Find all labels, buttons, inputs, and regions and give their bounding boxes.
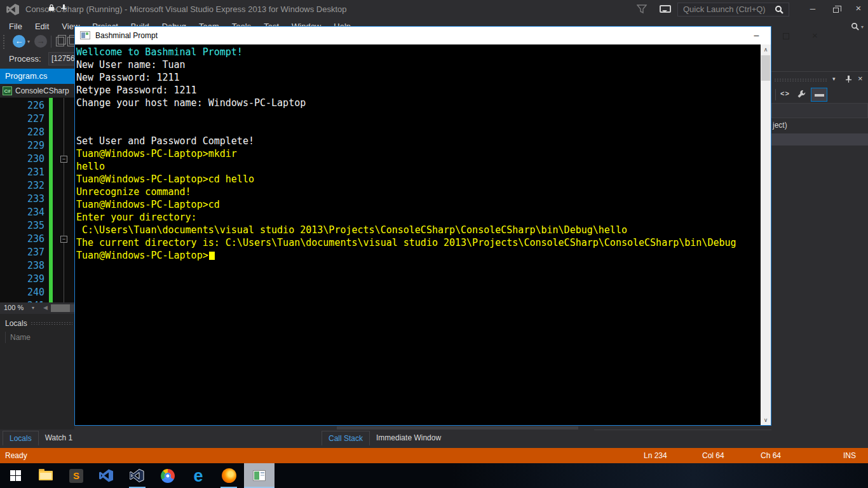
wrench-icon[interactable] [797, 90, 806, 99]
minimize-button[interactable]: – [802, 0, 824, 18]
taskbar-file-explorer[interactable] [31, 463, 61, 488]
tab-program-cs[interactable]: Program.cs [0, 69, 74, 84]
taskbar-console-active[interactable] [244, 463, 275, 488]
fold-collapse-marker[interactable]: − [60, 156, 67, 163]
navigate-back-button[interactable]: ← [13, 35, 25, 48]
chevron-down-icon[interactable]: ▾ [861, 24, 864, 30]
chevron-down-icon[interactable]: ▾ [27, 39, 30, 44]
line-number: 236 [0, 233, 44, 246]
restore-button[interactable] [825, 0, 846, 18]
status-line: Ln 234 [644, 451, 667, 460]
zoom-dropdown[interactable]: 100 % [4, 304, 24, 311]
scroll-up-icon[interactable]: ∧ [761, 44, 771, 55]
console-line: C:\Users\Tuan\documents\visual studio 20… [76, 224, 761, 236]
properties-button-active[interactable] [811, 88, 827, 102]
line-number: 239 [0, 273, 44, 286]
console-window: Bashminal Prompt – × Wellcome to Bashmin… [74, 26, 771, 426]
line-number: 234 [0, 206, 44, 219]
toolbar-separator [51, 36, 51, 48]
scrollbar-thumb[interactable] [51, 304, 70, 312]
close-icon[interactable]: × [858, 74, 863, 83]
taskbar-edge[interactable]: e [183, 463, 214, 488]
console-window-title: Bashminal Prompt [95, 31, 158, 40]
console-output[interactable]: Wellcome to Bashminal Prompt!New User na… [75, 44, 761, 425]
chevron-down-icon[interactable]: ▾ [832, 76, 836, 82]
bottom-panel-scrollbar[interactable] [337, 426, 578, 430]
edge-icon: e [193, 466, 203, 485]
pin-icon[interactable] [845, 75, 852, 83]
visual-studio-logo-icon [6, 4, 20, 15]
filter-icon[interactable] [637, 4, 647, 14]
firefox-icon [222, 468, 236, 483]
console-scrollbar[interactable]: ∧ ∨ [761, 44, 771, 425]
taskbar-firefox[interactable] [214, 463, 244, 488]
search-icon[interactable] [774, 4, 784, 15]
quick-launch-input[interactable]: Quick Launch (Ctrl+Q) [677, 3, 789, 17]
breadcrumb-project[interactable]: ConsoleCSharp [15, 86, 69, 95]
menu-item-edit[interactable]: Edit [29, 20, 55, 33]
toolbar-grip[interactable] [3, 34, 5, 50]
pin-icon[interactable] [60, 4, 67, 11]
editor-zoom-row: 100 % ▾ ◀ [0, 302, 74, 314]
taskbar-visual-studio-running[interactable] [122, 463, 153, 488]
view-code-icon[interactable]: <> [780, 90, 790, 97]
line-number: 232 [0, 179, 44, 193]
line-number: 240 [0, 286, 44, 299]
scroll-left-icon[interactable]: ◀ [43, 304, 48, 311]
scroll-down-icon[interactable]: ∨ [761, 415, 771, 425]
locals-panel-title: Locals [5, 319, 27, 328]
vs-titlebar: ConsoleCSharp (Running) - Microsoft Visu… [0, 0, 868, 19]
horizontal-scrollbar[interactable] [51, 304, 74, 312]
taskbar-visual-studio[interactable] [92, 463, 122, 488]
visual-studio-dark-icon [130, 469, 145, 482]
lock-icon [48, 4, 55, 11]
console-line: Change your host name: Windows-PC-Laptop [76, 97, 761, 109]
console-line: New Password: 1211 [76, 71, 761, 84]
status-column: Col 64 [702, 451, 724, 460]
tab-immediate-window[interactable]: Immediate Window [370, 431, 447, 445]
status-bar: Ready Ln 234 Col 64 Ch 64 INS [0, 448, 868, 463]
console-line: Set User and Password Complete! [76, 135, 761, 147]
console-titlebar[interactable]: Bashminal Prompt – × [75, 27, 771, 44]
tab-locals[interactable]: Locals [3, 431, 39, 445]
search-icon[interactable] [850, 22, 860, 31]
panel-grip[interactable] [774, 78, 827, 82]
line-number: 229 [0, 139, 44, 152]
console-minimize-button[interactable]: – [742, 27, 771, 44]
tab-call-stack[interactable]: Call Stack [322, 431, 370, 445]
console-cursor [209, 252, 215, 260]
scrollbar-thumb[interactable] [761, 55, 770, 81]
copy-icon[interactable] [56, 37, 64, 46]
column-separator [5, 332, 6, 343]
console-line: Tuan@Windows-PC-Laptop>cd [76, 198, 761, 211]
start-button[interactable] [0, 463, 31, 488]
locals-column-header[interactable]: Name [10, 333, 31, 342]
line-number: 235 [0, 219, 44, 233]
visual-studio-icon [99, 469, 114, 482]
console-line: Tuan@Windows-PC-Laptop>cd hello [76, 173, 761, 186]
console-line: Enter your directory: [76, 211, 761, 224]
fold-collapse-marker[interactable]: − [60, 236, 67, 243]
line-number: 231 [0, 166, 44, 179]
toolbar-separator [775, 89, 776, 100]
console-window-icon [253, 470, 266, 481]
close-button[interactable]: × [848, 0, 868, 18]
taskbar-sublime-text[interactable]: S [61, 463, 92, 488]
locals-panel: Locals Name [0, 314, 74, 430]
menu-item-file[interactable]: File [3, 20, 29, 33]
tab-watch-1[interactable]: Watch 1 [39, 431, 79, 445]
navigate-forward-button[interactable]: → [34, 35, 47, 48]
feedback-icon[interactable] [660, 5, 671, 13]
console-line: Tuan@Windows-PC-Laptop>mkdir [76, 147, 761, 160]
panel-search-input[interactable] [771, 103, 868, 118]
change-tracking-bar [49, 98, 53, 302]
console-close-button[interactable]: × [801, 27, 829, 44]
taskbar-chrome[interactable] [153, 463, 183, 488]
console-maximize-button[interactable] [771, 27, 800, 44]
selected-row[interactable] [771, 133, 868, 146]
line-number: 233 [0, 193, 44, 206]
bottom-tabs-left: LocalsWatch 1 [3, 431, 79, 445]
chevron-down-icon[interactable]: ▾ [32, 305, 34, 311]
console-line [76, 122, 761, 135]
panel-grip[interactable] [31, 322, 72, 325]
